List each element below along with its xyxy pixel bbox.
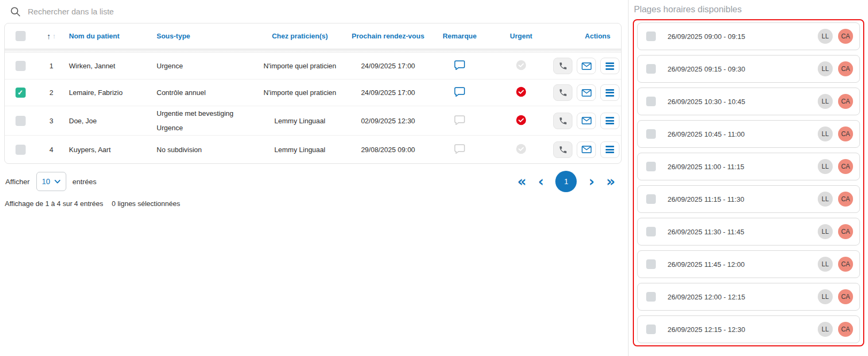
remark-icon[interactable] [454,115,465,125]
time-slot[interactable]: 26/09/2025 12:00 - 12:15 LLCA [637,283,860,311]
practitioner: Lemmy Linguaal [254,146,346,154]
avatar: CA [838,94,853,109]
header-practitioner[interactable]: Chez praticien(s) [254,32,346,40]
sort-secondary-icon[interactable]: ↑ [52,32,56,40]
time-slot[interactable]: 26/09/2025 09:15 - 09:30 LLCA [637,55,860,83]
current-page-button[interactable]: 1 [555,171,577,192]
email-button[interactable] [577,84,596,101]
avatar: CA [838,29,853,44]
header-actions: Actions [553,32,621,40]
table-header-row: ↑ ↑ Nom du patient Sous-type Chez pratic… [5,23,621,49]
next-page-icon[interactable]: › [588,175,594,188]
envelope-icon [582,89,592,97]
urgent-status-icon[interactable] [516,115,526,125]
pagination-bar: Afficher 10 entrées « ‹ 1 › » [5,171,615,192]
sort-asc-icon[interactable]: ↑ [47,31,51,41]
time-slot[interactable]: 26/09/2025 11:15 - 11:30 LLCA [637,185,860,213]
menu-icon [606,146,614,153]
subtype: Urgence [157,62,254,70]
avatar: CA [838,257,853,272]
practitioner: N'importe quel praticien [254,89,346,97]
last-page-icon[interactable]: » [606,175,615,188]
avatar: CA [838,126,853,141]
header-subtype[interactable]: Sous-type [157,32,254,40]
time-slot[interactable]: 26/09/2025 10:45 - 11:00 LLCA [637,120,860,148]
menu-icon [606,117,614,124]
slot-time: 26/09/2025 10:45 - 11:00 [668,130,745,138]
call-button[interactable] [553,58,572,74]
row-index: 2 [36,89,67,97]
call-button[interactable] [553,84,572,101]
page-size-value: 10 [42,177,50,186]
slot-checkbox[interactable] [646,129,656,139]
avatar: LL [818,159,833,174]
patient-list-section: ↑ ↑ Nom du patient Sous-type Chez pratic… [0,0,629,356]
row-menu-button[interactable] [600,58,619,74]
header-urgent[interactable]: Urgent [489,32,553,40]
urgent-status-icon[interactable] [516,144,526,154]
subtype: Urgentie met bevestiging Urgence [157,106,254,135]
remark-icon[interactable] [454,87,465,97]
urgent-status-icon[interactable] [516,60,526,70]
slot-checkbox[interactable] [646,97,656,106]
time-slot[interactable]: 26/09/2025 09:00 - 09:15 LLCA [637,22,860,50]
row-checkbox[interactable]: ✓ [15,88,26,98]
row-checkbox[interactable] [15,61,26,71]
slot-checkbox[interactable] [646,31,656,41]
time-slot[interactable]: 26/09/2025 10:30 - 10:45 LLCA [637,88,860,115]
time-slot[interactable]: 26/09/2025 11:45 - 12:00 LLCA [637,250,860,278]
time-slot[interactable]: 26/09/2025 12:15 - 12:30 LLCA [637,315,860,343]
remark-icon[interactable] [454,60,465,70]
row-menu-button[interactable] [600,141,619,158]
avatar: LL [818,192,833,207]
email-button[interactable] [577,113,596,129]
slot-checkbox[interactable] [646,227,656,236]
select-all-checkbox[interactable] [15,31,26,41]
prev-page-icon[interactable]: ‹ [538,175,544,188]
menu-icon [606,89,614,97]
sort-control[interactable]: ↑ ↑ [36,31,67,41]
table-row: 4 Kuypers, Aart No subdivision Lemmy Lin… [5,135,621,163]
row-index: 1 [36,62,67,70]
first-page-icon[interactable]: « [517,175,526,188]
envelope-icon [582,62,592,70]
panel-title: Plages horaires disponibles [634,4,864,14]
avatar: CA [838,192,853,207]
search-input[interactable] [28,7,509,16]
slot-checkbox[interactable] [646,259,656,269]
slot-checkbox[interactable] [646,325,656,334]
header-next-appointment[interactable]: Prochain rendez-vous [346,32,430,40]
slot-checkbox[interactable] [646,64,656,74]
slot-time: 26/09/2025 12:15 - 12:30 [668,326,745,334]
slot-checkbox[interactable] [646,292,656,302]
row-menu-button[interactable] [600,113,619,129]
slot-time: 26/09/2025 09:00 - 09:15 [668,33,745,41]
table-row: 3 Doe, Joe Urgentie met bevestiging Urge… [5,106,621,135]
avatar: LL [818,126,833,141]
row-menu-button[interactable] [600,84,619,101]
practitioner: Lemmy Linguaal [254,117,346,125]
slot-checkbox[interactable] [646,194,656,204]
time-slot[interactable]: 26/09/2025 11:30 - 11:45 LLCA [637,218,860,246]
subtype: No subdivision [157,146,254,154]
header-remark[interactable]: Remarque [430,32,489,40]
row-checkbox[interactable] [15,116,26,126]
call-button[interactable] [553,141,572,158]
remark-icon[interactable] [454,144,465,154]
page-size-select[interactable]: 10 [36,172,66,191]
row-checkbox[interactable] [15,145,26,155]
phone-icon [559,145,568,154]
slot-checkbox[interactable] [646,162,656,171]
call-button[interactable] [553,113,572,129]
header-patient-name[interactable]: Nom du patient [67,32,157,40]
urgent-status-icon[interactable] [516,86,526,97]
email-button[interactable] [577,141,596,158]
patient-name: Kuypers, Aart [67,146,157,154]
time-slot[interactable]: 26/09/2025 11:00 - 11:15 LLCA [637,153,860,180]
envelope-icon [582,145,592,154]
table-row: ✓ 2 Lemaire, Fabrizio Contrôle annuel N'… [5,79,621,106]
appointment-app: ↑ ↑ Nom du patient Sous-type Chez pratic… [0,0,868,356]
email-button[interactable] [577,58,596,74]
subtype-line: Urgence [157,121,254,135]
avatar: CA [838,289,853,304]
